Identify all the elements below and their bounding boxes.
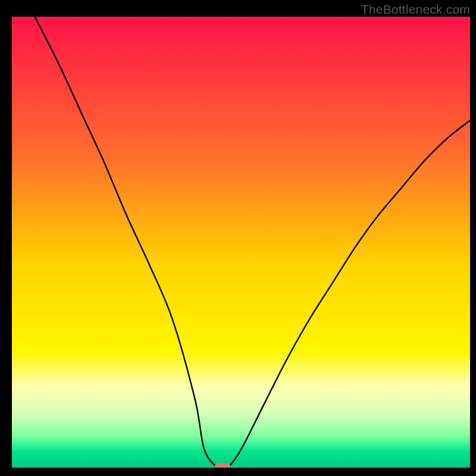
gradient-background bbox=[12, 17, 470, 468]
watermark-text: TheBottleneck.com bbox=[361, 2, 470, 17]
bottleneck-chart bbox=[12, 17, 470, 468]
optimal-point-marker bbox=[215, 464, 230, 468]
chart-plot-area bbox=[12, 17, 470, 468]
